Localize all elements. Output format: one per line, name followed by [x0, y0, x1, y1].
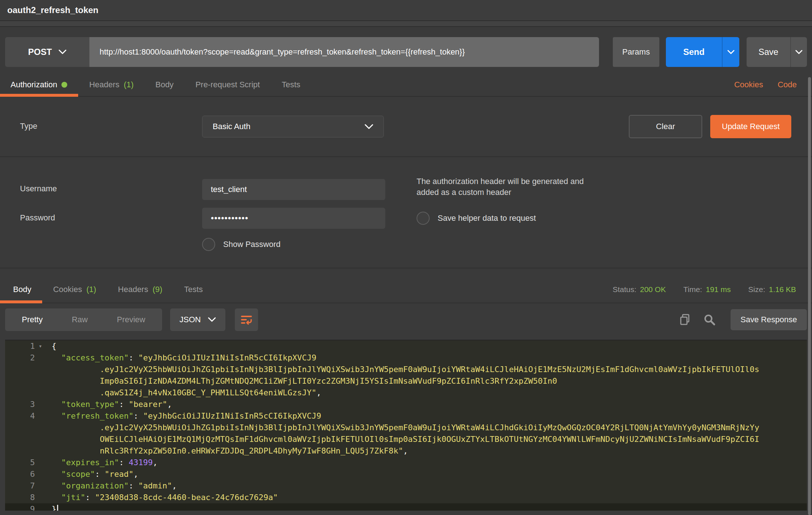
chevron-down-icon — [208, 317, 216, 322]
response-tab-tests[interactable]: Tests — [173, 276, 214, 303]
response-section: Body Cookies (1) Headers (9) Tests Statu… — [0, 276, 812, 511]
tab-body-label: Body — [155, 80, 173, 89]
update-request-button[interactable]: Update Request — [710, 115, 791, 138]
line-number — [5, 375, 46, 387]
show-password-radio[interactable] — [202, 238, 215, 251]
wrap-lines-icon — [241, 314, 252, 325]
request-tabs: Authorization Headers (1) Body Pre-reque… — [0, 73, 812, 97]
save-options-button[interactable] — [790, 37, 807, 67]
cookies-link[interactable]: Cookies — [734, 80, 763, 89]
response-tab-cookies-count: (1) — [87, 285, 96, 294]
tab-authorization-label: Authorization — [11, 80, 57, 89]
line-number — [5, 364, 46, 375]
code-line-text: "organization": "admin", — [46, 480, 177, 492]
code-line-text: nRlc3RfY2xpZW50In0.eHRWxFZDJDq_2RDPL4Dhy… — [46, 445, 408, 457]
tab-prerequest-label: Pre-request Script — [196, 80, 260, 89]
params-button[interactable]: Params — [613, 37, 659, 67]
line-number: 6 — [5, 468, 46, 480]
preview-view-button[interactable]: Preview — [102, 315, 160, 324]
tab-authorization[interactable]: Authorization — [0, 73, 78, 96]
save-helper-radio[interactable] — [417, 212, 430, 225]
response-tab-headers[interactable]: Headers (9) — [107, 276, 173, 303]
code-line: nRlc3RfY2xpZW50In0.eHRWxFZDJDq_2RDPL4Dhy… — [5, 445, 807, 457]
code-line: .eyJ1c2VyX25hbWUiOiJhZG1pbiIsInNjb3BlIjp… — [5, 422, 807, 434]
tab-headers-count: (1) — [124, 80, 134, 89]
show-password-toggle[interactable]: Show Password — [202, 238, 281, 251]
tab-prerequest-script[interactable]: Pre-request Script — [185, 73, 271, 96]
send-button[interactable]: Send — [666, 37, 739, 67]
time-value: 191 ms — [706, 285, 731, 294]
username-label: Username — [20, 184, 57, 193]
size-badge: Size: 1.16 KB — [748, 285, 796, 294]
tab-headers[interactable]: Headers (1) — [78, 73, 144, 96]
response-meta: Status: 200 OK Time: 191 ms Size: 1.16 K… — [612, 276, 812, 303]
tab-body[interactable]: Body — [144, 73, 184, 96]
line-number — [5, 445, 46, 457]
code-line: 4 "refresh_token": "eyJhbGciOiJIUzI1NiIs… — [5, 410, 807, 422]
time-label: Time: — [683, 285, 702, 294]
copy-button[interactable] — [679, 313, 692, 326]
line-number: 1▾ — [5, 340, 46, 352]
code-line: 2 "access_token": "eyJhbGciOiJIUzI1NiIsI… — [5, 352, 807, 364]
password-label: Password — [20, 213, 55, 223]
pretty-view-button[interactable]: Pretty — [7, 315, 57, 324]
method-dropdown[interactable]: POST — [5, 37, 89, 67]
credentials-section: Username Password Show Password The auth… — [0, 157, 812, 268]
method-label: POST — [28, 47, 52, 57]
authorization-active-dot — [61, 82, 67, 88]
chevron-down-icon — [795, 50, 803, 55]
save-helper-toggle[interactable]: Save helper data to request — [417, 212, 536, 225]
line-number: 8 — [5, 492, 46, 503]
chevron-down-icon — [727, 50, 735, 55]
line-number: 2 — [5, 352, 46, 364]
header-strip — [0, 21, 812, 27]
tab-tests[interactable]: Tests — [271, 73, 311, 96]
show-password-label: Show Password — [223, 240, 281, 249]
code-line-text: "scope": "read", — [46, 468, 138, 480]
auth-type-select[interactable]: Basic Auth — [202, 116, 384, 137]
username-field[interactable] — [202, 179, 385, 200]
code-line-text: "expires_in": 43199, — [46, 457, 157, 468]
response-tab-body-label: Body — [13, 285, 31, 294]
auth-type-value: Basic Auth — [213, 122, 250, 131]
response-tab-cookies-label: Cookies — [53, 285, 82, 294]
response-tabs: Body Cookies (1) Headers (9) Tests Statu… — [0, 276, 812, 303]
size-label: Size: — [748, 285, 765, 294]
fold-caret-icon[interactable]: ▾ — [35, 340, 46, 352]
code-line-text: Imp0aSI6IjIzNDA4ZDM4LThjZGMtNDQ2MC1iZWFj… — [46, 375, 557, 387]
code-line-text: .qawS1Z4j_h4vNx10GBC_Y_PHM1LLSQt64eniWLG… — [46, 387, 321, 399]
url-input[interactable]: http://host1:8000/oauth/token?scope=read… — [89, 37, 599, 67]
copy-icon — [679, 313, 692, 326]
status-badge: Status: 200 OK — [612, 285, 666, 294]
clear-button[interactable]: Clear — [629, 115, 702, 138]
line-number: 9 — [5, 503, 46, 511]
save-helper-label: Save helper data to request — [438, 213, 536, 223]
code-line-text: { — [46, 340, 56, 352]
format-dropdown[interactable]: JSON — [170, 308, 226, 331]
tabs-right-links: Cookies Code — [734, 73, 812, 96]
send-label: Send — [666, 37, 722, 67]
size-value: 1.16 KB — [769, 285, 796, 294]
window-scrollbar[interactable] — [808, 77, 811, 515]
code-line: Imp0aSI6IjIzNDA4ZDM4LThjZGMtNDQ2MC1iZWFj… — [5, 375, 807, 387]
code-line-text: .eyJ1c2VyX25hbWUiOiJhZG1pbiIsInNjb3BlIjp… — [46, 364, 759, 375]
password-field[interactable] — [202, 208, 385, 229]
code-editor[interactable]: 1▾{2 "access_token": "eyJhbGciOiJIUzI1Ni… — [5, 340, 807, 511]
status-label: Status: — [612, 285, 636, 294]
code-line-text: "jti": "23408d38-8cdc-4460-beac-24c76dc7… — [46, 492, 278, 503]
code-link[interactable]: Code — [777, 80, 797, 89]
format-value: JSON — [180, 315, 201, 324]
save-response-button[interactable]: Save Response — [731, 309, 807, 330]
raw-view-button[interactable]: Raw — [57, 315, 102, 324]
send-options-button[interactable] — [722, 37, 739, 67]
response-tab-cookies[interactable]: Cookies (1) — [42, 276, 107, 303]
line-number — [5, 422, 46, 434]
wrap-lines-button[interactable] — [235, 308, 258, 331]
response-tab-body[interactable]: Body — [0, 276, 42, 303]
search-button[interactable] — [703, 313, 716, 326]
line-number: 3 — [5, 399, 46, 410]
code-line: 5 "expires_in": 43199, — [5, 457, 807, 468]
code-line: 9} — [5, 503, 807, 511]
save-button[interactable]: Save — [747, 37, 807, 67]
code-line-text: .eyJ1c2VyX25hbWUiOiJhZG1pbiIsInNjb3BlIjp… — [46, 422, 759, 434]
